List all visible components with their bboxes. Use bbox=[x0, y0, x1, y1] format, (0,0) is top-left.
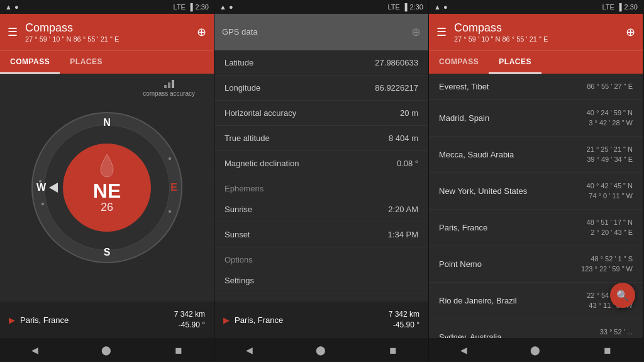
status-right-1: LTE ▐ 2:30 bbox=[173, 3, 209, 11]
cardinal-east: E bbox=[170, 182, 177, 193]
home-btn-1[interactable]: ⬤ bbox=[101, 345, 111, 355]
compass-accuracy: compass accuracy bbox=[143, 80, 195, 97]
lte-label-3: LTE bbox=[602, 3, 614, 11]
gps-row-accuracy: Horizontal accuracy 20 m bbox=[214, 101, 428, 126]
app-name-3: Compass bbox=[454, 21, 548, 35]
compass-body: compass accuracy NE 26 N E S W bbox=[0, 74, 214, 302]
tab-bar-3: COMPASS PLACES bbox=[429, 50, 643, 74]
search-fab-icon: 🔍 bbox=[616, 290, 629, 302]
tab-places-1[interactable]: PLACES bbox=[60, 51, 113, 74]
place-paris[interactable]: Paris, France 48 ° 51 ' 17 " N 2 ° 20 ' … bbox=[429, 210, 643, 246]
status-right-3: LTE ▐ 2:30 bbox=[602, 3, 638, 11]
accuracy-bars bbox=[164, 80, 174, 88]
accuracy-label-gps: Horizontal accuracy bbox=[225, 108, 296, 118]
app-bar-left-3: ☰ Compass 27 ° 59 ' 10 " N 86 ° 55 ' 21 … bbox=[436, 21, 548, 43]
hamburger-menu-3[interactable]: ☰ bbox=[436, 25, 447, 39]
latitude-value: 27.9860633 bbox=[375, 58, 418, 67]
time-label-1: 2:30 bbox=[196, 3, 209, 11]
place-name-rio: Rio de Janeiro, Brazil bbox=[439, 296, 517, 305]
status-right-2: LTE ▐ 2:30 bbox=[387, 3, 423, 11]
signal-icon-3: ● bbox=[443, 3, 448, 11]
wifi-icon-3: ▲ bbox=[434, 3, 441, 11]
lte-label: LTE bbox=[173, 3, 185, 11]
gps-row-latitude: Latitude 27.9860633 bbox=[214, 50, 428, 76]
place-everest[interactable]: Everest, Tibet 86 ° 55 ' 27 " E bbox=[429, 74, 643, 100]
bar-1 bbox=[164, 85, 167, 88]
panel-location-2: Paris, France bbox=[235, 315, 283, 325]
options-header: Options bbox=[214, 247, 428, 268]
altitude-value: 8 404 m bbox=[389, 133, 418, 143]
location-arrow-icon-1: ▶ bbox=[9, 315, 15, 325]
sunrise-label: Sunrise bbox=[225, 205, 252, 214]
place-madrid[interactable]: Madrid, Spain 40 ° 24 ' 59 " N 3 ° 42 ' … bbox=[429, 100, 643, 137]
app-name-1: Compass bbox=[25, 21, 119, 35]
sunrise-value: 2:20 AM bbox=[388, 205, 418, 214]
tab-compass-3[interactable]: COMPASS bbox=[429, 51, 489, 74]
ephemeris-header: Ephemeris bbox=[214, 176, 428, 197]
panel-status-1: ▶ Paris, France 7 342 km -45.90 ° bbox=[0, 302, 214, 338]
cardinal-north: N bbox=[103, 117, 111, 128]
cardinal-west: W bbox=[36, 182, 46, 193]
wifi-icon-2: ▲ bbox=[219, 3, 226, 11]
place-mecca[interactable]: Mecca, Saudi Arabia 21 ° 25 ' 21 " N 39 … bbox=[429, 137, 643, 173]
panel-places: ▲ ● LTE ▐ 2:30 ☰ Compass 27 ° 59 ' 10 " … bbox=[429, 0, 643, 362]
panel-status-right-2: 7 342 km -45.90 ° bbox=[389, 309, 419, 331]
place-coords-sydney: 33 ° 52 ' ... 151 ° 12 ' 11 " E bbox=[583, 327, 633, 339]
location-arrow-icon-2: ▶ bbox=[223, 315, 230, 325]
target-icon-1[interactable]: ⊕ bbox=[197, 25, 206, 39]
panel-bearing-2: -45.90 ° bbox=[389, 320, 419, 331]
app-coords-3: 27 ° 59 ' 10 " N 86 ° 55 ' 21 " E bbox=[454, 35, 548, 43]
home-btn-3[interactable]: ⬤ bbox=[530, 345, 540, 355]
places-wrapper: Everest, Tibet 86 ° 55 ' 27 " E Madrid, … bbox=[429, 74, 643, 338]
status-left-3: ▲ ● bbox=[434, 3, 448, 11]
settings-label[interactable]: Settings bbox=[225, 276, 254, 285]
hamburger-menu-1[interactable]: ☰ bbox=[8, 25, 18, 39]
back-btn-1[interactable]: ◀ bbox=[31, 345, 38, 355]
panel-status-left-2: ▶ Paris, France bbox=[223, 315, 283, 325]
compass-needle bbox=[97, 153, 116, 178]
gps-row-settings[interactable]: Settings bbox=[214, 268, 428, 293]
nav-bar-1: ◀ ⬤ ◼ bbox=[0, 338, 214, 362]
place-name-nemo: Point Nemo bbox=[439, 259, 482, 269]
wifi-icon: ▲ bbox=[5, 3, 12, 11]
place-coords-mecca: 21 ° 25 ' 21 " N 39 ° 49 ' 34 " E bbox=[587, 144, 633, 165]
place-sydney[interactable]: Sydney, Australia 33 ° 52 ' ... 151 ° 12… bbox=[429, 319, 643, 339]
place-name-everest: Everest, Tibet bbox=[439, 82, 489, 91]
place-newyork[interactable]: New York, United States 40 ° 42 ' 45 " N… bbox=[429, 173, 643, 210]
back-btn-3[interactable]: ◀ bbox=[460, 345, 467, 355]
panel-gps: ▲ ● LTE ▐ 2:30 GPS data ⊕ Latitude 27.98… bbox=[214, 0, 429, 362]
place-coords-everest: 86 ° 55 ' 27 " E bbox=[587, 81, 633, 92]
home-btn-2[interactable]: ⬤ bbox=[316, 345, 326, 355]
gps-body: Latitude 27.9860633 Longitude 86.9226217… bbox=[214, 50, 428, 302]
signal-icon: ● bbox=[14, 3, 19, 11]
panel-bearing-1: -45.90 ° bbox=[174, 320, 205, 331]
tab-compass-1[interactable]: COMPASS bbox=[0, 51, 60, 74]
panel-distance-2: 7 342 km bbox=[389, 309, 419, 320]
status-left-1: ▲ ● bbox=[5, 3, 19, 11]
place-coords-paris: 48 ° 51 ' 17 " N 2 ° 20 ' 43 " E bbox=[587, 217, 633, 238]
search-fab[interactable]: 🔍 bbox=[610, 283, 635, 308]
sunset-label: Sunset bbox=[225, 230, 250, 239]
target-icon-3[interactable]: ⊕ bbox=[626, 25, 635, 39]
app-bar-1: ☰ Compass 27 ° 59 ' 10 " N 86 ° 55 ' 21 … bbox=[0, 14, 214, 50]
declination-value: 0.08 ° bbox=[397, 159, 418, 168]
place-name-madrid: Madrid, Spain bbox=[439, 113, 489, 123]
time-label-2: 2:30 bbox=[410, 3, 423, 11]
place-coords-madrid: 40 ° 24 ' 59 " N 3 ° 42 ' 28 " W bbox=[587, 108, 633, 128]
declination-label: Magnetic declination bbox=[225, 159, 299, 168]
tab-places-3[interactable]: PLACES bbox=[489, 51, 541, 74]
panel-status-2: ▶ Paris, France 7 342 km -45.90 ° bbox=[214, 302, 428, 338]
latitude-label: Latitude bbox=[225, 58, 253, 67]
bar-2 bbox=[168, 82, 170, 88]
target-icon-2[interactable]: ⊕ bbox=[411, 25, 421, 39]
recents-btn-2[interactable]: ◼ bbox=[389, 345, 397, 355]
compass-center: NE 26 bbox=[63, 144, 151, 232]
back-btn-2[interactable]: ◀ bbox=[246, 345, 253, 355]
bar-3 bbox=[172, 80, 174, 88]
recents-btn-3[interactable]: ◼ bbox=[604, 345, 611, 355]
signal-icon-2: ● bbox=[229, 3, 233, 11]
recents-btn-1[interactable]: ◼ bbox=[175, 345, 182, 355]
panel-location-1: Paris, France bbox=[20, 315, 69, 325]
place-nemo[interactable]: Point Nemo 48 ° 52 ' 1 " S 123 ° 22 ' 59… bbox=[429, 246, 643, 283]
place-name-mecca: Mecca, Saudi Arabia bbox=[439, 150, 514, 159]
